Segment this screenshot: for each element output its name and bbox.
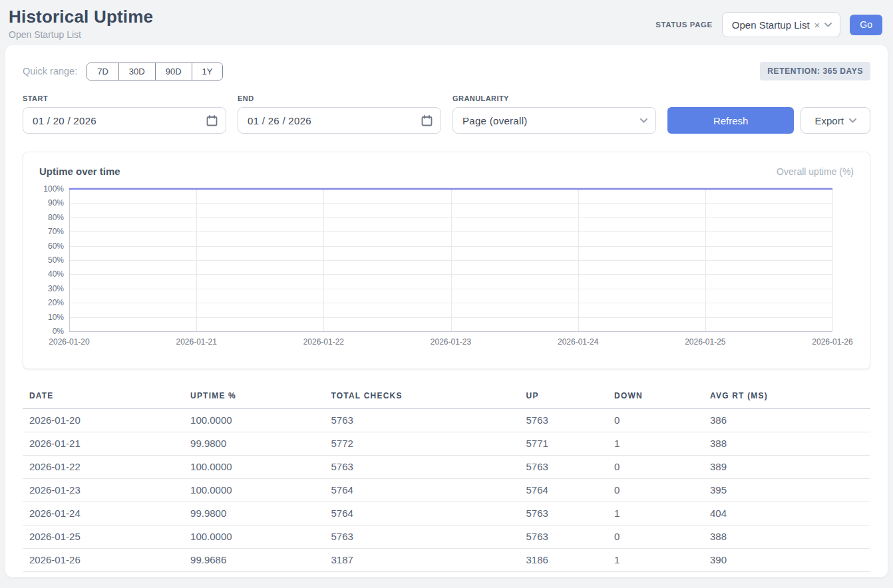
cell-uptime-pct: 100.0000 [184,525,324,549]
col-header-date: DATE [23,384,184,409]
col-header-uptime: UPTIME % [184,384,324,409]
export-button[interactable]: Export [801,107,870,134]
quick-range-buttons: 7D 30D 90D 1Y [87,63,223,80]
table-row: 2026-01-23100.0000576457640395 [23,479,870,502]
retention-badge: RETENTION: 365 DAYS [760,62,870,80]
table-row: 2026-01-2499.9800576457631404 [23,502,870,525]
cell-down: 0 [608,409,703,432]
main-panel: Quick range: 7D 30D 90D 1Y RETENTION: 36… [5,45,888,577]
quick-range-90d[interactable]: 90D [155,63,192,80]
cell-down: 1 [608,549,703,572]
uptime-table: DATE UPTIME % TOTAL CHECKS UP DOWN AVG R… [23,384,870,572]
table-row: 2026-01-20100.0000576357630386 [23,409,870,432]
y-axis-tick: 100% [43,184,64,194]
status-page-select[interactable]: Open Startup List × [722,12,841,37]
cell-date: 2026-01-21 [23,432,184,456]
x-axis-tick: 2026-01-22 [303,337,344,347]
cell-avg-rt: 389 [703,456,870,479]
start-date-input[interactable]: 01 / 20 / 2026 [23,107,226,134]
chevron-down-icon [640,118,647,123]
uptime-line-series [69,189,832,331]
col-header-down: DOWN [608,384,703,409]
cell-uptime-pct: 99.9800 [184,432,324,456]
quick-range-7d[interactable]: 7D [87,63,118,80]
y-axis-tick: 90% [48,198,64,208]
granularity-select[interactable]: Page (overall) [452,107,656,134]
cell-down: 0 [608,456,703,479]
calendar-icon[interactable] [206,115,218,126]
y-axis-tick: 30% [48,284,64,293]
y-axis-tick: 50% [48,255,64,265]
x-gridline [832,189,833,331]
clear-selection-icon[interactable]: × [814,20,820,30]
x-axis-tick: 2026-01-24 [558,337,598,347]
cell-avg-rt: 390 [703,549,870,572]
end-date-input[interactable]: 01 / 26 / 2026 [238,107,441,134]
end-date-field: END 01 / 26 / 2026 [238,94,441,134]
y-axis-tick: 40% [48,269,64,279]
cell-date: 2026-01-24 [23,502,184,525]
uptime-chart-card: Uptime over time Overall uptime (%) 100%… [23,152,870,369]
quick-range-1y[interactable]: 1Y [192,63,223,80]
go-button[interactable]: Go [850,15,882,35]
quick-range-30d[interactable]: 30D [118,63,155,80]
table-head: DATE UPTIME % TOTAL CHECKS UP DOWN AVG R… [23,384,870,409]
granularity-label: GRANULARITY [452,94,656,102]
x-axis-tick: 2026-01-25 [685,337,725,347]
calendar-icon[interactable] [421,115,433,126]
y-axis-tick: 70% [48,227,64,236]
cell-date: 2026-01-23 [23,479,184,502]
cell-date: 2026-01-25 [23,525,184,549]
y-axis-tick: 60% [48,241,64,251]
x-axis-tick: 2026-01-26 [812,337,852,347]
chevron-down-icon [824,23,832,27]
cell-uptime-pct: 100.0000 [184,409,324,432]
quick-range-row: Quick range: 7D 30D 90D 1Y RETENTION: 36… [23,62,870,80]
quick-range-label: Quick range: [23,66,77,76]
status-page-value: Open Startup List [732,19,810,31]
y-axis-tick: 0% [53,327,64,336]
cell-avg-rt: 388 [703,525,870,549]
cell-up: 5763 [520,409,608,432]
page-title: Historical Uptime [9,7,153,27]
chart-header: Uptime over time Overall uptime (%) [23,166,870,177]
cell-date: 2026-01-22 [23,456,184,479]
cell-uptime-pct: 100.0000 [184,479,324,502]
y-gridline [69,331,832,332]
cell-total-checks: 3187 [325,549,520,572]
refresh-button[interactable]: Refresh [667,107,794,134]
y-axis-tick: 20% [48,298,64,307]
cell-avg-rt: 386 [703,409,870,432]
cell-avg-rt: 388 [703,432,870,456]
cell-date: 2026-01-26 [23,549,184,572]
start-date-field: START 01 / 20 / 2026 [23,94,226,134]
cell-avg-rt: 395 [703,479,870,502]
y-axis-tick: 80% [48,213,64,222]
cell-down: 1 [608,502,703,525]
x-axis-tick: 2026-01-23 [431,337,471,347]
x-axis-tick: 2026-01-20 [49,337,89,347]
end-label: END [238,94,441,102]
page-header: Historical Uptime Open Startup List STAT… [0,0,893,45]
table-row: 2026-01-2199.9800577257711388 [23,432,870,456]
controls-row: START 01 / 20 / 2026 END 01 / 26 / 2026 … [23,94,870,134]
col-header-up: UP [520,384,608,409]
cell-uptime-pct: 99.9686 [184,549,324,572]
granularity-value: Page (overall) [462,115,640,126]
table-row: 2026-01-25100.0000576357630388 [23,525,870,549]
start-label: START [23,94,226,102]
page-header-right: STATUS PAGE Open Startup List × Go [655,12,882,37]
cell-uptime-pct: 100.0000 [184,456,324,479]
export-label: Export [814,115,843,126]
cell-down: 1 [608,432,703,456]
start-date-value: 01 / 20 / 2026 [33,115,206,126]
y-axis-tick: 10% [48,313,64,322]
status-page-label: STATUS PAGE [655,21,713,29]
chart-legend: Overall uptime (%) [777,166,854,177]
cell-up: 5764 [520,479,608,502]
cell-total-checks: 5764 [325,502,520,525]
x-axis-tick: 2026-01-21 [176,337,216,347]
cell-date: 2026-01-20 [23,409,184,432]
col-header-total-checks: TOTAL CHECKS [325,384,520,409]
chevron-down-icon [849,118,856,123]
